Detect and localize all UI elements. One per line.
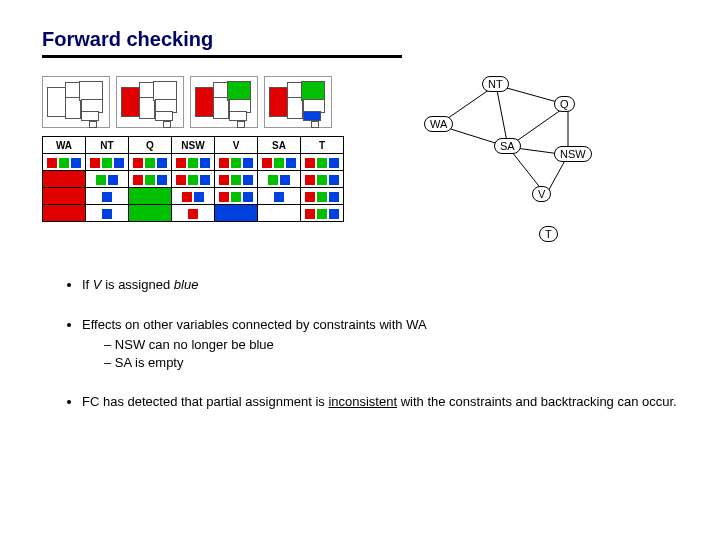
graph-node-nsw: NSW <box>554 146 592 162</box>
domain-cell <box>86 205 129 222</box>
domain-cell <box>172 188 215 205</box>
domain-cell <box>43 154 86 171</box>
domain-cell <box>258 154 301 171</box>
bullet-2-sub-2: SA is empty <box>104 354 678 372</box>
domain-table: WANTQNSWVSAT <box>42 136 344 222</box>
australia-map <box>190 76 258 128</box>
col-header: V <box>215 137 258 154</box>
domain-cell <box>129 188 172 205</box>
col-header: NSW <box>172 137 215 154</box>
domain-cell <box>43 188 86 205</box>
page-title: Forward checking <box>42 28 678 51</box>
graph-node-wa: WA <box>424 116 453 132</box>
domain-cell <box>86 154 129 171</box>
australia-map <box>116 76 184 128</box>
domain-cell <box>215 205 258 222</box>
australia-maps <box>42 76 344 128</box>
graph-node-t: T <box>539 226 558 242</box>
col-header: WA <box>43 137 86 154</box>
domain-cell <box>258 205 301 222</box>
domain-cell <box>258 171 301 188</box>
col-header: SA <box>258 137 301 154</box>
title-rule <box>42 55 402 58</box>
domain-cell <box>86 171 129 188</box>
domain-cell <box>215 154 258 171</box>
domain-cell <box>129 171 172 188</box>
col-header: NT <box>86 137 129 154</box>
domain-cell <box>43 171 86 188</box>
domain-cell <box>172 154 215 171</box>
domain-cell <box>172 171 215 188</box>
constraint-graph: NTWAQSANSWVT <box>394 76 584 246</box>
col-header: Q <box>129 137 172 154</box>
domain-cell <box>258 188 301 205</box>
australia-map <box>264 76 332 128</box>
bullet-3: FC has detected that partial assignment … <box>82 393 678 411</box>
col-header: T <box>301 137 344 154</box>
domain-cell <box>129 154 172 171</box>
australia-map <box>42 76 110 128</box>
bullet-list: If V is assigned blue Effects on other v… <box>42 276 678 411</box>
bullet-1: If V is assigned blue <box>82 276 678 294</box>
domain-cell <box>215 188 258 205</box>
domain-cell <box>43 205 86 222</box>
domain-cell <box>215 171 258 188</box>
domain-cell <box>301 154 344 171</box>
domain-cell <box>172 205 215 222</box>
domain-cell <box>301 171 344 188</box>
domain-cell <box>301 188 344 205</box>
graph-node-v: V <box>532 186 551 202</box>
domain-cell <box>129 205 172 222</box>
domain-cell <box>86 188 129 205</box>
graph-node-nt: NT <box>482 76 509 92</box>
bullet-2-sub-1: NSW can no longer be blue <box>104 336 678 354</box>
bullet-2: Effects on other variables connected by … <box>82 316 678 372</box>
domain-cell <box>301 205 344 222</box>
graph-node-sa: SA <box>494 138 521 154</box>
graph-node-q: Q <box>554 96 575 112</box>
